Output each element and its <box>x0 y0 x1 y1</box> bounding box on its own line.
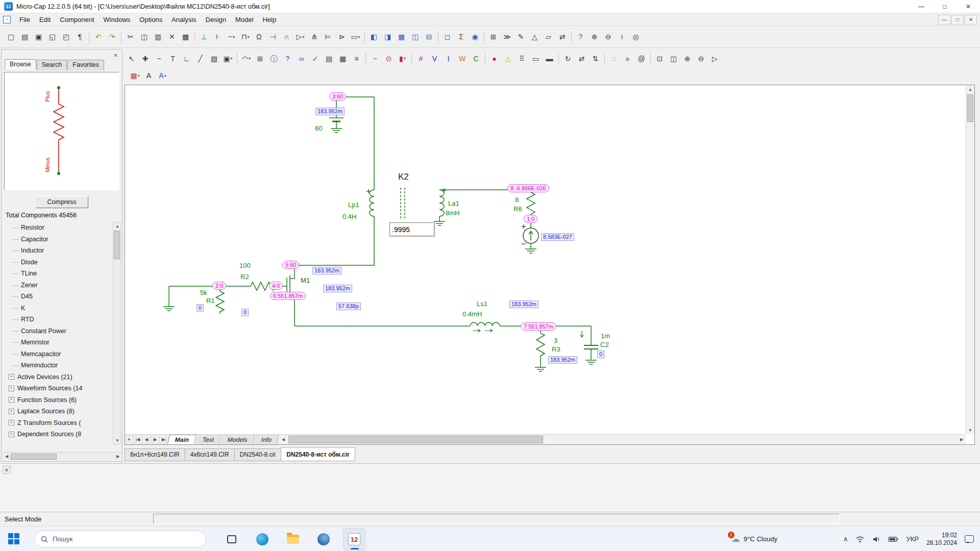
page-nav-button[interactable]: |◀ <box>134 435 142 444</box>
node-label[interactable]: 1:0 <box>524 215 537 223</box>
value-label[interactable]: 0 <box>241 309 249 316</box>
step-component-button[interactable]: ⊡ <box>653 52 667 65</box>
weather-widget[interactable]: ☁ 1 9°C Cloudy <box>727 527 781 551</box>
mosfet-button[interactable]: ⊨ <box>321 31 335 43</box>
node-label[interactable]: 8:-6.866E-026 <box>507 184 549 192</box>
opamp-button[interactable]: ⊳ <box>335 31 349 43</box>
component-label[interactable]: R6 <box>513 205 522 213</box>
tree-item-inductor[interactable]: Inductor <box>3 245 112 257</box>
wire-diagonal-mode-button[interactable]: ╱ <box>193 52 207 65</box>
mirror-horizontal-button[interactable]: ⇄ <box>575 52 589 65</box>
hscroll-track[interactable] <box>287 435 958 444</box>
value-label[interactable]: 183.952m <box>509 300 538 308</box>
task-view-button[interactable] <box>220 528 243 550</box>
edge-browser-button[interactable] <box>251 528 274 550</box>
graphics-mode-button[interactable]: ◠▾ <box>239 52 253 65</box>
tree-item-tline[interactable]: TLine <box>3 268 112 280</box>
page-tab-models[interactable]: Models <box>220 435 255 444</box>
tree-hscroll-thumb[interactable] <box>11 454 57 460</box>
warning-markers-button[interactable]: △ <box>501 52 515 65</box>
tree-item-memcapacitor[interactable]: Memcapacitor <box>3 348 112 360</box>
power-values-button[interactable]: W <box>455 52 469 65</box>
component-label[interactable]: 1m <box>601 332 610 340</box>
maximize-button[interactable]: □ <box>933 0 957 13</box>
component-label[interactable]: M1 <box>301 277 310 284</box>
node-label[interactable]: 7:551.857m <box>521 322 556 331</box>
sine-source-button[interactable]: ~▾ <box>225 31 238 43</box>
component-label[interactable]: 8 <box>515 196 519 204</box>
pin-connections-button[interactable]: ● <box>487 52 501 65</box>
scroll-up-icon[interactable]: ▲ <box>966 86 974 93</box>
animate-waveform-button[interactable]: ~ <box>368 52 382 65</box>
tree-item-waveform-sources-14[interactable]: +Waveform Sources (14 <box>3 383 112 394</box>
select-all-button[interactable]: ▩ <box>179 31 192 43</box>
start-button[interactable] <box>8 533 20 545</box>
page-nav-button[interactable]: ◀ <box>142 435 151 444</box>
scale-mode-button[interactable]: ⊞ <box>253 52 267 65</box>
tree-item-d45[interactable]: D45 <box>3 291 112 303</box>
volume-icon[interactable] <box>872 536 880 543</box>
scroll-right-icon[interactable]: ▶ <box>114 453 122 460</box>
link-mode-button[interactable]: ∞ <box>295 52 308 65</box>
component-label[interactable]: R3 <box>552 345 560 353</box>
plot-window-button[interactable]: ▤ <box>322 52 336 65</box>
bjt-npn-button[interactable]: ⋔ <box>307 31 321 43</box>
node-label[interactable]: 2:0 <box>212 282 226 290</box>
paste-button[interactable]: ▥ <box>151 31 165 43</box>
schematic-vertical-scrollbar[interactable]: ▲ ▼ <box>966 85 974 434</box>
file-tab-6н1п-6сп149-cir[interactable]: 6н1п+6сп149.CIR <box>125 448 185 461</box>
copy-button[interactable]: ◫ <box>137 31 151 43</box>
info-mode-button[interactable]: ⓘ <box>267 52 281 65</box>
probe-mode-button[interactable]: ~ <box>152 52 166 65</box>
cascade-windows-button[interactable]: ▦ <box>395 31 408 43</box>
pan-mode-button[interactable]: ✚ <box>138 52 152 65</box>
coupling-edit-field[interactable] <box>389 222 434 236</box>
file-explorer-button[interactable] <box>282 528 304 550</box>
web-browser-button[interactable]: ◉ <box>468 31 482 43</box>
component-label[interactable]: C2 <box>600 341 609 348</box>
component-label[interactable]: K2 <box>398 172 409 182</box>
tree-item-resistor[interactable]: Resistor <box>3 222 112 234</box>
zoom-in-view-button[interactable]: ⊕ <box>680 52 694 65</box>
tree-scroll-thumb[interactable] <box>114 231 120 259</box>
mdi-restore-button[interactable]: □ <box>951 15 964 24</box>
value-label[interactable]: 8.583E-027 <box>541 233 574 241</box>
print-preview-button[interactable]: ◱ <box>45 31 59 43</box>
attribute-display-button[interactable]: @ <box>634 52 648 65</box>
delete-button[interactable]: ✕ <box>165 31 179 43</box>
panel-tab-search[interactable]: Search <box>37 60 67 70</box>
command-shell-button[interactable]: ≫ <box>500 31 514 43</box>
component-editor-button[interactable]: ✎ <box>514 31 528 43</box>
scroll-down-icon[interactable]: ▼ <box>966 427 974 434</box>
component-label[interactable]: R2 <box>240 273 249 281</box>
menu-component[interactable]: Component <box>55 14 99 25</box>
tree-item-rtd[interactable]: RTD <box>3 314 112 325</box>
picture-mode-button[interactable]: ▨ <box>207 52 221 65</box>
help-topics-button[interactable]: ? <box>574 31 587 43</box>
rotate-object-button[interactable]: ↻ <box>561 52 575 65</box>
wifi-icon[interactable] <box>855 536 865 543</box>
border-toggle-button[interactable]: ▭ <box>529 52 543 65</box>
mirror-vertical-button[interactable]: ⇅ <box>589 52 602 65</box>
title-block-toggle-button[interactable]: ▬ <box>543 52 556 65</box>
text-mode-button[interactable]: T <box>166 52 180 65</box>
component-label[interactable]: 0.4mH <box>462 310 482 318</box>
print-button[interactable]: ¶ <box>73 31 87 43</box>
clock[interactable]: 19:02 28.10.2024 <box>926 532 957 547</box>
microcap-app-button[interactable]: 12 <box>343 528 365 550</box>
tree-item-laplace-sources-8[interactable]: +Laplace Sources (8) <box>3 406 112 417</box>
menu-model[interactable]: Model <box>231 14 258 25</box>
zoom-out-view-button[interactable]: ⊖ <box>694 52 708 65</box>
node-label[interactable]: 6:551.857m <box>270 292 306 300</box>
flag-mode-button[interactable]: ✓ <box>308 52 322 65</box>
grid-toggle-button[interactable]: ⠿ <box>515 52 529 65</box>
goto-page-button[interactable]: ▷ <box>708 52 722 65</box>
page-tab-main[interactable]: Main <box>167 435 197 444</box>
component-label[interactable]: 8mH <box>446 209 459 217</box>
mdi-minimize-button[interactable]: — <box>938 15 950 24</box>
device-conditions-button[interactable]: C <box>469 52 483 65</box>
color-swatches-button[interactable]: ▦▾ <box>128 69 142 82</box>
node-voltages-button[interactable]: V <box>428 52 442 65</box>
node-numbers-button[interactable]: # <box>414 52 428 65</box>
schematic-hscroll-thumb[interactable] <box>288 436 543 443</box>
